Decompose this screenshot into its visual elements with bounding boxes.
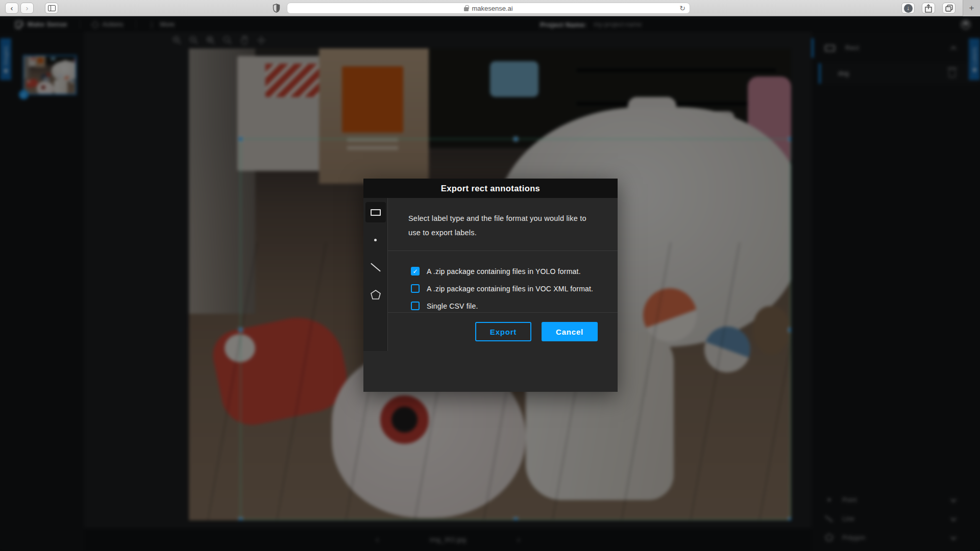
polygon-icon xyxy=(370,289,382,301)
export-format-options: ✓ A .zip package containing files in YOL… xyxy=(388,251,618,313)
option-yolo[interactable]: ✓ A .zip package containing files in YOL… xyxy=(411,265,618,278)
browser-chrome: ‹ › makesense.ai ↻ ↓ xyxy=(0,0,980,16)
rect-icon xyxy=(371,209,381,216)
export-annotations-modal: Export rect annotations Select label typ… xyxy=(363,179,618,392)
point-icon xyxy=(374,239,377,241)
url-bar[interactable]: makesense.ai ↻ xyxy=(287,3,690,14)
sidebar-icon xyxy=(48,5,56,11)
sidebar-toggle-button[interactable] xyxy=(45,3,58,14)
checkbox-unchecked-icon[interactable] xyxy=(411,284,420,293)
label-type-polygon[interactable] xyxy=(365,285,386,305)
label-type-line[interactable] xyxy=(365,257,386,278)
tabs-icon xyxy=(945,5,953,12)
option-voc-xml[interactable]: A .zip package containing files in VOC X… xyxy=(411,283,618,295)
browser-forward-button[interactable]: › xyxy=(20,3,34,14)
cancel-button[interactable]: Cancel xyxy=(542,322,598,341)
share-button[interactable] xyxy=(922,3,935,14)
label-type-selector xyxy=(363,198,388,351)
tab-overview-button[interactable] xyxy=(942,3,955,14)
export-button[interactable]: Export xyxy=(475,322,531,341)
new-tab-button[interactable]: + xyxy=(963,0,980,16)
label-type-point[interactable] xyxy=(365,230,386,250)
modal-description: Select label type and the file format yo… xyxy=(388,198,618,251)
share-icon xyxy=(925,4,932,13)
checkbox-unchecked-icon[interactable] xyxy=(411,302,420,310)
modal-title: Export rect annotations xyxy=(363,179,618,198)
shield-icon xyxy=(273,4,280,13)
downloads-button[interactable]: ↓ xyxy=(901,3,915,14)
privacy-report-button[interactable] xyxy=(270,3,283,14)
lock-icon xyxy=(464,7,469,11)
checkbox-checked-icon[interactable]: ✓ xyxy=(411,267,420,276)
line-icon xyxy=(371,263,381,272)
download-icon: ↓ xyxy=(904,4,913,13)
url-text: makesense.ai xyxy=(472,5,512,12)
refresh-button[interactable]: ↻ xyxy=(679,4,685,12)
browser-back-button[interactable]: ‹ xyxy=(5,3,18,14)
option-csv[interactable]: Single CSV file. xyxy=(411,300,618,312)
modal-footer: Export Cancel xyxy=(388,313,618,351)
label-type-rect[interactable] xyxy=(365,202,386,222)
